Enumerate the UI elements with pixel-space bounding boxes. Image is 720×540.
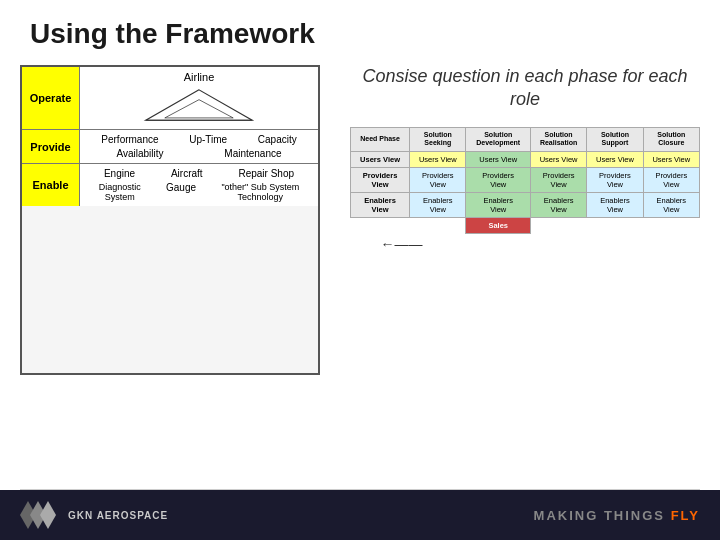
- arrow-row: ←——: [351, 233, 700, 254]
- users-view-cell-3: Users View: [530, 151, 586, 167]
- provide-bottom-items: Availability Maintenance: [86, 148, 312, 159]
- enable-content: Engine Aircraft Repair Shop DiagnosticSy…: [80, 164, 318, 206]
- enable-bottom-items: DiagnosticSystem Gauge "other" Sub Syste…: [86, 182, 312, 202]
- main-content: Operate Airline: [0, 65, 720, 375]
- enable-top-items: Engine Aircraft Repair Shop: [86, 168, 312, 179]
- enable-row: Enable Engine Aircraft Repair Shop Diagn…: [22, 164, 318, 206]
- sales-empty-cell-5: [643, 217, 699, 233]
- triangle-area: [84, 85, 314, 125]
- users-view-row: Users View Users View Users View Users V…: [351, 151, 700, 167]
- framework-diagram: Operate Airline: [20, 65, 320, 375]
- sales-empty-cell: [351, 217, 410, 233]
- providers-view-row: ProvidersView ProvidersView ProvidersVie…: [351, 167, 700, 192]
- footer: GKN AEROSPACE MAKING THINGS FLY: [0, 490, 720, 540]
- solution-closure-header: SolutionClosure: [643, 127, 699, 151]
- diagnostic-label: DiagnosticSystem: [99, 182, 141, 202]
- providers-view-cell-2: ProvidersView: [466, 167, 530, 192]
- consise-question-text: Consise question in each phase for each …: [350, 65, 700, 112]
- users-view-cell-2: Users View: [466, 151, 530, 167]
- solution-support-header: SolutionSupport: [587, 127, 643, 151]
- repairshop-label: Repair Shop: [238, 168, 294, 179]
- grid-table: Need Phase SolutionSeeking SolutionDevel…: [350, 127, 700, 255]
- svg-marker-5: [40, 501, 56, 529]
- engine-label: Engine: [104, 168, 135, 179]
- sales-row: Sales: [351, 217, 700, 233]
- sales-cell: Sales: [466, 217, 530, 233]
- fly-suffix: FLY: [671, 508, 700, 523]
- making-things-fly-text: MAKING THINGS FLY: [534, 508, 700, 523]
- arrow-cell: ←——: [351, 233, 700, 254]
- providers-view-cell-3: ProvidersView: [530, 167, 586, 192]
- uptime-label: Up-Time: [189, 134, 227, 145]
- solution-seeking-header: SolutionSeeking: [410, 127, 466, 151]
- enablers-view-cell-4: EnablersView: [587, 192, 643, 217]
- operate-content: Airline: [80, 67, 318, 129]
- phase-grid: Need Phase SolutionSeeking SolutionDevel…: [350, 127, 700, 255]
- solution-realisation-header: SolutionRealisation: [530, 127, 586, 151]
- provide-top-items: Performance Up-Time Capacity: [86, 134, 312, 145]
- solution-development-header: SolutionDevelopment: [466, 127, 530, 151]
- gkn-logo: [20, 501, 56, 529]
- gauge-label: Gauge: [166, 182, 196, 202]
- sales-empty-cell-2: [410, 217, 466, 233]
- page-title: Using the Framework: [30, 18, 315, 49]
- provide-row: Provide Performance Up-Time Capacity Ava…: [22, 130, 318, 164]
- header-row: Need Phase SolutionSeeking SolutionDevel…: [351, 127, 700, 151]
- sales-empty-cell-3: [530, 217, 586, 233]
- providers-view-cell-4: ProvidersView: [587, 167, 643, 192]
- footer-left: GKN AEROSPACE: [20, 501, 168, 529]
- users-view-cell-4: Users View: [587, 151, 643, 167]
- header: Using the Framework: [0, 0, 720, 60]
- making-things-prefix: MAKING THINGS: [534, 508, 671, 523]
- left-diagram: Operate Airline: [20, 65, 330, 375]
- provide-content: Performance Up-Time Capacity Availabilit…: [80, 130, 318, 163]
- operate-label: Operate: [22, 67, 80, 129]
- enablers-view-phase-label: EnablersView: [351, 192, 410, 217]
- enablers-view-row: EnablersView EnablersView EnablersView E…: [351, 192, 700, 217]
- capacity-label: Capacity: [258, 134, 297, 145]
- svg-marker-0: [146, 90, 252, 120]
- providers-view-cell-5: ProvidersView: [643, 167, 699, 192]
- right-side: Consise question in each phase for each …: [350, 65, 700, 375]
- performance-label: Performance: [101, 134, 158, 145]
- users-view-cell-1: Users View: [410, 151, 466, 167]
- svg-marker-1: [165, 100, 233, 118]
- providers-view-phase-label: ProvidersView: [351, 167, 410, 192]
- sales-empty-cell-4: [587, 217, 643, 233]
- enable-label: Enable: [22, 164, 80, 206]
- logo-svg: [20, 501, 56, 529]
- triangle-diagram: [119, 86, 279, 124]
- availability-label: Availability: [116, 148, 163, 159]
- other-subsystem-label: "other" Sub SystemTechnology: [221, 182, 299, 202]
- gkn-aerospace-label: GKN AEROSPACE: [68, 510, 168, 521]
- enablers-view-cell-2: EnablersView: [466, 192, 530, 217]
- provide-label: Provide: [22, 130, 80, 163]
- maintenance-label: Maintenance: [224, 148, 281, 159]
- enablers-view-cell-5: EnablersView: [643, 192, 699, 217]
- enablers-view-cell-3: EnablersView: [530, 192, 586, 217]
- enablers-view-cell-1: EnablersView: [410, 192, 466, 217]
- providers-view-cell-1: ProvidersView: [410, 167, 466, 192]
- users-view-phase-label: Users View: [351, 151, 410, 167]
- airline-label: Airline: [184, 71, 215, 83]
- aircraft-label: Aircraft: [171, 168, 203, 179]
- operate-top: Airline: [184, 71, 215, 83]
- need-phase-header: Need Phase: [351, 127, 410, 151]
- operate-row: Operate Airline: [22, 67, 318, 130]
- users-view-cell-5: Users View: [643, 151, 699, 167]
